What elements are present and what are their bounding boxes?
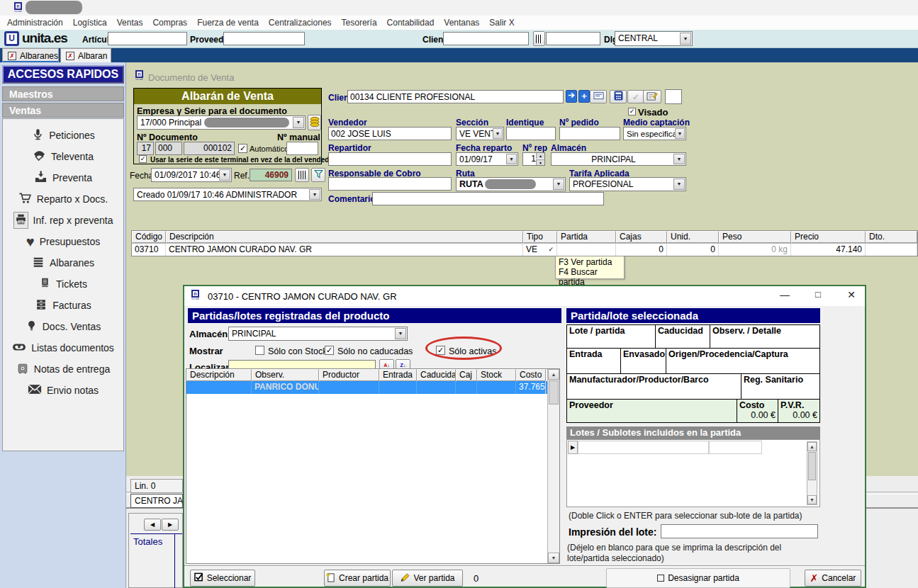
- automatico-checkbox[interactable]: [238, 144, 247, 153]
- cell-dto[interactable]: [866, 244, 917, 256]
- empresa-serie-combo[interactable]: 17/000 Principal: [137, 115, 306, 130]
- close-button[interactable]: ✕: [841, 286, 862, 305]
- sidebar-item-presupuestos[interactable]: ♥ Presupuestos: [3, 231, 123, 252]
- menu-fuerza-de-venta[interactable]: Fuerza de venta: [192, 16, 264, 30]
- dlg-combo[interactable]: CENTRAL: [615, 31, 693, 46]
- sublote-cell[interactable]: [578, 441, 709, 454]
- fecha-combo[interactable]: 01/09/2017 10:46: [151, 168, 232, 182]
- cell-tipo-combo[interactable]: VE✓: [523, 244, 557, 256]
- scroll-up-icon[interactable]: ▲: [807, 442, 817, 451]
- dialog-almacen-combo[interactable]: PRINCIPAL: [228, 327, 408, 341]
- spinner-up-icon[interactable]: ▲: [536, 153, 544, 159]
- seleccionar-button[interactable]: Seleccionar: [190, 570, 255, 587]
- sidebar-item-inf-rep[interactable]: Inf. rep x preventa: [3, 210, 123, 231]
- doc-num-field[interactable]: 000102: [184, 142, 235, 155]
- cell-peso[interactable]: 0 kg: [719, 244, 791, 256]
- seccion-combo[interactable]: VE VENTA: [456, 127, 504, 140]
- nav-prev-button[interactable]: ◀: [144, 519, 161, 531]
- sidebar-item-televenta[interactable]: Televenta: [3, 146, 123, 167]
- menu-logistica[interactable]: Logística: [68, 16, 112, 30]
- scrollbar-thumb[interactable]: [808, 452, 816, 480]
- menu-centralizaciones[interactable]: Centralizaciones: [264, 16, 337, 30]
- card-button[interactable]: [590, 90, 607, 103]
- chevron-down-icon[interactable]: [293, 117, 304, 128]
- tab-albaranes[interactable]: ✗ Albaranes: [2, 48, 59, 62]
- cell-descripcion[interactable]: CENTRO JAMON CURADO NAV. GR: [166, 244, 523, 256]
- vendedor-input[interactable]: [328, 127, 452, 140]
- sidebar-item-listas-documentos[interactable]: Listas documentos: [3, 337, 123, 358]
- tab-albaran[interactable]: ✗ Albaran: [60, 48, 111, 62]
- add-client-button[interactable]: +: [578, 90, 590, 103]
- solo-no-caducadas-checkbox[interactable]: [325, 346, 334, 355]
- repartidor-input[interactable]: [328, 152, 452, 166]
- cell-partida[interactable]: [557, 244, 616, 256]
- chevron-down-icon[interactable]: [673, 154, 685, 164]
- fecha-reparto-combo[interactable]: 01/09/17: [456, 152, 518, 166]
- solo-stock-checkbox[interactable]: [255, 346, 264, 355]
- close-icon[interactable]: ✗: [66, 52, 74, 60]
- usar-serie-checkbox[interactable]: [139, 155, 147, 163]
- sidebar-item-preventa[interactable]: Preventa: [3, 167, 123, 188]
- num-manual-input[interactable]: [286, 142, 318, 155]
- barcode-input[interactable]: [546, 32, 600, 45]
- sublotes-scrollbar[interactable]: ▲ ▼: [807, 441, 817, 505]
- ref-barcode-button[interactable]: [295, 168, 309, 182]
- minimize-button[interactable]: —: [774, 286, 795, 305]
- comentario-input[interactable]: [372, 192, 604, 205]
- scroll-down-icon[interactable]: ▼: [548, 553, 559, 563]
- chevron-down-icon[interactable]: [506, 154, 517, 164]
- table-row[interactable]: 03710 CENTRO JAMON CURADO NAV. GR VE✓ 0 …: [132, 243, 917, 256]
- menu-administracion[interactable]: Administración: [2, 16, 68, 30]
- calculator-button[interactable]: [610, 90, 627, 103]
- scroll-up-icon[interactable]: ▲: [548, 369, 559, 380]
- chevron-down-icon[interactable]: [395, 328, 406, 339]
- close-icon[interactable]: ✗: [8, 52, 16, 60]
- cliente-search-input[interactable]: [443, 32, 529, 45]
- cell-cajas[interactable]: 0: [616, 244, 667, 256]
- sidebar-item-notas-entrega[interactable]: Notas de entrega: [3, 358, 123, 380]
- impresion-input[interactable]: [661, 524, 818, 538]
- spinner-down-icon[interactable]: ▼: [536, 159, 544, 165]
- ver-partida-button[interactable]: Ver partida: [392, 570, 463, 587]
- cancelar-button[interactable]: ✗ Cancelar: [805, 570, 861, 587]
- funnel-button[interactable]: [311, 168, 325, 182]
- cell-precio[interactable]: 47.140: [791, 244, 866, 256]
- pedido-input[interactable]: [559, 127, 620, 140]
- maximize-button[interactable]: □: [807, 286, 829, 305]
- desasignar-button[interactable]: Desasignar partida: [606, 568, 790, 588]
- scroll-down-icon[interactable]: ▼: [807, 495, 817, 504]
- visado-checkbox[interactable]: [628, 108, 636, 115]
- menu-tesoreria[interactable]: Tesorería: [337, 16, 382, 30]
- sidebar-section-maestros[interactable]: Maestros: [2, 86, 124, 101]
- articulo-input[interactable]: [108, 32, 187, 45]
- menu-ventanas[interactable]: Ventanas: [439, 16, 484, 30]
- sidebar-item-reparto[interactable]: Reparto x Docs.: [3, 188, 123, 210]
- crear-partida-button[interactable]: Crear partida: [324, 570, 391, 587]
- sidebar-item-docs-ventas[interactable]: Docs. Ventas: [3, 316, 123, 337]
- menu-ventas[interactable]: Ventas: [112, 16, 148, 30]
- tarifa-combo[interactable]: PROFESIONAL: [569, 177, 686, 191]
- selected-partida-row[interactable]: PANRICO DONU 37.765: [186, 381, 559, 394]
- chevron-down-icon[interactable]: [673, 179, 685, 190]
- doc-sub-field[interactable]: 000: [155, 142, 182, 155]
- menu-contabilidad[interactable]: Contabilidad: [382, 16, 440, 30]
- chevron-down-icon[interactable]: [680, 33, 691, 45]
- chevron-down-icon[interactable]: [309, 189, 320, 200]
- scrollbar-thumb[interactable]: [549, 380, 559, 405]
- sidebar-item-envio-notas[interactable]: Envio notas: [3, 380, 123, 401]
- nav-next-button[interactable]: ▶: [162, 519, 179, 531]
- cliente-input[interactable]: [347, 90, 564, 103]
- sidebar-item-peticiones[interactable]: Peticiones: [3, 125, 123, 146]
- sidebar-item-facturas[interactable]: Facturas: [3, 295, 123, 316]
- almacen-combo[interactable]: PRINCIPAL: [551, 152, 686, 166]
- coins-button[interactable]: [308, 115, 321, 130]
- proveedor-input[interactable]: [223, 32, 305, 45]
- ruta-combo[interactable]: RUTA: [456, 177, 566, 191]
- sublotes-list[interactable]: ▶ ▲ ▼: [566, 439, 820, 507]
- sidebar-item-tickets[interactable]: Tickets: [3, 273, 123, 295]
- chevron-down-icon[interactable]: [219, 169, 230, 181]
- sublote-cell[interactable]: [709, 441, 762, 454]
- chevron-down-icon[interactable]: [493, 128, 503, 139]
- partidas-table-scrollbar[interactable]: ▲ ▼: [547, 369, 559, 563]
- sidebar-section-ventas[interactable]: Ventas: [2, 103, 124, 118]
